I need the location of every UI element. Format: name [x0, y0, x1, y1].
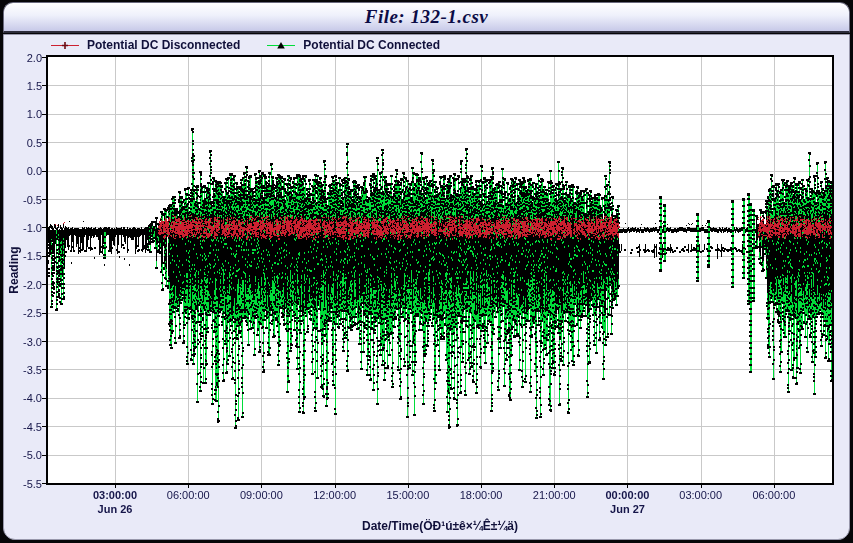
y-tick-label: -3.0 [12, 336, 42, 348]
chart-window: File: 132-1.csv Potential DC Disconnecte… [0, 0, 853, 543]
x-tick-label: 09:00:00 [221, 489, 301, 501]
x-tick-label: 12:00:00 [295, 489, 375, 501]
x-tick-label: 03:00:00Jun 26 [75, 489, 155, 515]
y-tick-label: -0.5 [12, 194, 42, 206]
y-tick-label: -2.5 [12, 307, 42, 319]
x-tick-label: 06:00:00 [734, 489, 814, 501]
y-tick-label: 1.5 [12, 80, 42, 92]
x-axis-title: Date/Time(ÖÐ¹ú±ê×¼Ê±¼ä) [362, 519, 518, 533]
chart-stage: Potential DC DisconnectedPotential DC Co… [0, 0, 853, 543]
y-tick-label: 2.0 [12, 52, 42, 64]
x-tick-label: 03:00:00 [661, 489, 741, 501]
y-tick-label: 1.0 [12, 108, 42, 120]
legend-item-disconnected: Potential DC Disconnected [50, 38, 240, 52]
legend-label: Potential DC Disconnected [87, 38, 240, 52]
x-tick-label: 21:00:00 [514, 489, 594, 501]
legend-item-connected: Potential DC Connected [266, 38, 440, 52]
y-tick-label: -4.0 [12, 392, 42, 404]
legend: Potential DC DisconnectedPotential DC Co… [50, 38, 440, 52]
green-line-triangle-marker-icon [266, 40, 296, 51]
y-axis-title: Reading [7, 246, 21, 293]
y-tick-label: 0.0 [12, 165, 42, 177]
y-tick-label: 0.5 [12, 137, 42, 149]
x-tick-date-label: Jun 27 [587, 503, 667, 515]
x-tick-label: 15:00:00 [368, 489, 448, 501]
y-tick-label: -3.5 [12, 364, 42, 376]
y-tick-label: -4.5 [12, 421, 42, 433]
y-tick-label: -5.0 [12, 449, 42, 461]
legend-label: Potential DC Connected [303, 38, 440, 52]
plot-canvas[interactable] [0, 0, 853, 543]
x-tick-label: 18:00:00 [441, 489, 521, 501]
x-tick-label: 06:00:00 [148, 489, 228, 501]
y-tick-label: -1.0 [12, 222, 42, 234]
x-tick-date-label: Jun 26 [75, 503, 155, 515]
y-tick-label: -5.5 [12, 478, 42, 490]
x-tick-label: 00:00:00Jun 27 [587, 489, 667, 515]
red-line-cross-marker-icon [50, 40, 80, 51]
